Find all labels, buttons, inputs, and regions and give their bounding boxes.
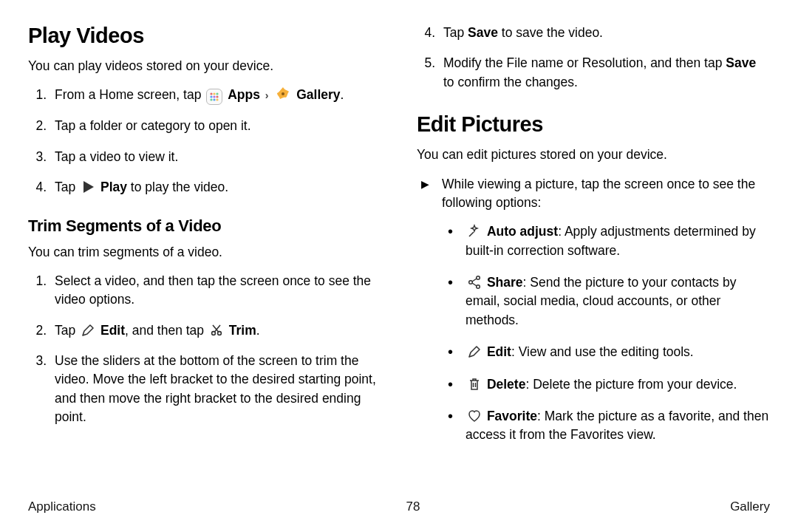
text: , and then tap [125, 323, 204, 338]
heading-play-videos: Play Videos [28, 24, 381, 48]
heading-trim: Trim Segments of a Video [28, 216, 381, 236]
play-videos-intro: You can play videos stored on your devic… [28, 57, 381, 75]
text: From a Home screen, tap [55, 87, 201, 102]
label: Delete [487, 377, 526, 392]
text: : Delete the picture from your device. [525, 377, 737, 392]
text: Modify the File name or Resolution, and … [443, 55, 726, 70]
step-4: Tap Play to play the video. [50, 178, 381, 197]
step-3: Tap a video to view it. [50, 148, 381, 166]
heart-icon [467, 409, 482, 423]
trim-steps: Select a video, and then tap the screen … [28, 272, 381, 427]
text: to save the video. [498, 25, 603, 40]
right-column: Tap Save to save the video. Modify the F… [417, 24, 770, 485]
trim-label: Trim [229, 323, 256, 338]
option-auto-adjust: Auto adjust: Apply adjustments determine… [461, 222, 770, 260]
label: Auto adjust [487, 224, 558, 239]
step-2: Tap a folder or category to open it. [50, 117, 381, 135]
scissors-icon [209, 323, 224, 338]
trim-step-1: Select a video, and then tap the screen … [50, 272, 381, 310]
apps-label: Apps [228, 87, 260, 102]
svg-point-9 [282, 92, 284, 95]
text: Tap [443, 25, 468, 40]
label: Share [487, 275, 523, 290]
play-videos-steps: From a Home screen, tap Apps › [28, 86, 381, 197]
edit-pencil-icon [81, 323, 95, 338]
save-label: Save [726, 55, 756, 70]
wand-icon [467, 224, 482, 239]
text: : View and use the editing tools. [511, 344, 694, 359]
edit-pencil-icon [467, 344, 482, 359]
option-delete: Delete: Delete the picture from your dev… [461, 375, 770, 394]
trim-step-5: Modify the File name or Resolution, and … [439, 54, 770, 92]
trim-step-2: Tap Edit, and then tap Trim. [50, 321, 381, 340]
svg-point-2 [216, 93, 219, 95]
svg-point-6 [211, 99, 213, 101]
svg-point-5 [216, 96, 219, 98]
trash-icon [467, 377, 482, 392]
footer-right: Gallery [730, 499, 770, 514]
trim-steps-continued: Tap Save to save the video. Modify the F… [417, 24, 770, 92]
svg-point-10 [212, 331, 216, 335]
trim-step-4: Tap Save to save the video. [439, 24, 770, 42]
svg-point-3 [211, 96, 213, 98]
option-edit: Edit: View and use the editing tools. [461, 343, 770, 361]
left-column: Play Videos You can play videos stored o… [28, 24, 381, 485]
text: to confirm the changes. [443, 75, 578, 89]
footer-left: Applications [28, 499, 96, 514]
apps-icon [206, 89, 222, 105]
svg-point-4 [214, 96, 216, 98]
option-favorite: Favorite: Mark the picture as a favorite… [461, 407, 770, 445]
label: Edit [487, 344, 511, 359]
step-1: From a Home screen, tap Apps › [50, 86, 381, 105]
trim-step-3: Use the sliders at the bottom of the scr… [50, 352, 381, 427]
text: Tap [55, 323, 75, 338]
trim-intro: You can trim segments of a video. [28, 243, 381, 262]
svg-point-1 [214, 93, 216, 95]
svg-point-11 [218, 331, 222, 335]
chevron-right-icon: › [265, 89, 269, 101]
footer-page-number: 78 [406, 499, 420, 514]
gallery-icon [275, 86, 291, 102]
svg-point-0 [211, 93, 213, 95]
page-footer: Applications 78 Gallery [28, 499, 770, 514]
svg-point-7 [214, 99, 216, 101]
play-icon [81, 180, 95, 194]
play-label: Play [100, 180, 127, 194]
text: Tap [55, 180, 75, 194]
text: to play the video. [127, 180, 228, 194]
share-icon [467, 275, 482, 290]
save-label: Save [468, 25, 498, 40]
edit-pictures-intro: You can edit pictures stored on your dev… [417, 146, 770, 164]
edit-label: Edit [100, 323, 125, 338]
option-share: Share: Send the picture to your contacts… [461, 273, 770, 330]
gallery-label: Gallery [296, 87, 340, 102]
arrow-instruction: While viewing a picture, tap the screen … [417, 175, 770, 213]
heading-edit-pictures: Edit Pictures [417, 112, 770, 137]
label: Favorite [487, 409, 537, 423]
edit-options-list: Auto adjust: Apply adjustments determine… [417, 222, 770, 444]
svg-point-8 [216, 99, 219, 101]
